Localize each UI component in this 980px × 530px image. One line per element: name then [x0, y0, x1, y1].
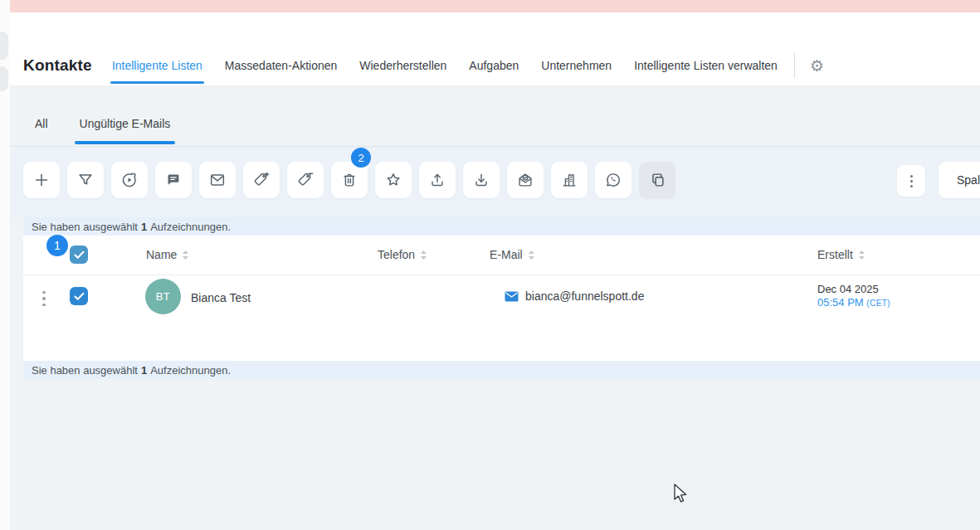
delete-count-badge: 2 [351, 148, 371, 168]
checkmark-icon [74, 292, 85, 301]
verify-email-icon [516, 171, 534, 189]
selected-rows-badge: 1 [46, 235, 68, 256]
created-timezone: (CET) [866, 299, 890, 308]
filter-icon [76, 171, 95, 189]
add-button[interactable] [23, 162, 60, 198]
clone-button[interactable] [639, 162, 675, 198]
avatar: BT [145, 279, 181, 314]
tab-unternehmen[interactable]: Unternehmen [541, 59, 612, 72]
page-body: All Ungültige E-Mails [10, 85, 980, 530]
gear-icon[interactable]: ⚙ [810, 58, 824, 74]
columns-button[interactable]: Spalten [939, 162, 980, 198]
tab-intelligente-listen[interactable]: Intelligente Listen [112, 59, 202, 72]
created-date: Dec 04 2025 [817, 283, 890, 296]
comment-icon [164, 171, 183, 189]
row-actions-kebab[interactable] [38, 287, 50, 310]
top-notification-bar [10, 0, 980, 12]
import-icon [472, 171, 490, 189]
contact-email: bianca@funnelspott.de [525, 289, 644, 303]
header-tabs: Intelligente Listen Massedaten-Aktionen … [112, 59, 778, 72]
favorite-icon [384, 171, 402, 189]
tab-massedaten-aktionen[interactable]: Massedaten-Aktionen [225, 59, 337, 72]
created-time[interactable]: 05:54 PM (CET) [817, 296, 890, 310]
email-icon [505, 291, 519, 302]
company-icon [560, 171, 578, 189]
module-header: Kontakte Intelligente Listen Massedaten-… [10, 12, 980, 85]
tab-intelligente-listen-verwalten[interactable]: Intelligente Listen verwalten [634, 59, 778, 72]
more-options-button[interactable] [897, 165, 925, 197]
crm-contacts-page: Kontakte Intelligente Listen Massedaten-… [0, 0, 980, 530]
table-header-row: 1 Name Telefon E-Mail Erstellt [23, 236, 980, 275]
column-header-email[interactable]: E-Mail [490, 248, 535, 261]
kebab-icon [42, 291, 46, 294]
clone-icon [648, 171, 666, 189]
background-window-chip [0, 66, 8, 91]
company-button[interactable] [551, 162, 588, 198]
tab-wiederherstellen[interactable]: Wiederherstellen [359, 59, 446, 72]
left-edge-artifact [0, 0, 10, 530]
verify-email-button[interactable] [507, 162, 544, 198]
comment-button[interactable] [155, 162, 192, 198]
subtab-ungueltige-emails[interactable]: Ungültige E-Mails [78, 101, 173, 146]
background-window-chip [0, 32, 8, 60]
selection-banner-top: Sie haben ausgewählt 1 Aufzeichnungen. [23, 217, 980, 236]
page-title: Kontakte [23, 56, 92, 75]
send-email-icon [208, 171, 227, 189]
run-automation-button[interactable] [111, 162, 148, 198]
delete-button[interactable]: 2 [331, 162, 368, 198]
bulk-action-toolbar: 2 [10, 147, 980, 217]
column-header-name[interactable]: Name [146, 248, 189, 261]
sort-icon [858, 250, 865, 260]
whatsapp-icon [604, 171, 622, 189]
sort-icon [528, 250, 535, 260]
records-table: Sie haben ausgewählt 1 Aufzeichnungen. 1… [23, 217, 980, 379]
checkmark-icon [74, 250, 85, 260]
mouse-cursor [674, 484, 690, 505]
sort-icon [420, 250, 427, 260]
contact-email-cell[interactable]: bianca@funnelspott.de [505, 289, 644, 303]
subtab-all[interactable]: All [33, 101, 50, 146]
export-button[interactable] [419, 162, 456, 198]
remove-tag-icon [296, 171, 314, 189]
add-icon [32, 171, 51, 189]
delete-icon [340, 171, 358, 189]
row-checkbox[interactable] [70, 287, 88, 305]
add-tag-icon [252, 171, 271, 189]
export-icon [428, 171, 446, 189]
list-view-tabs: All Ungültige E-Mails [10, 85, 980, 147]
run-automation-icon [120, 171, 139, 189]
selection-count: 1 [141, 221, 147, 233]
table-row[interactable]: BT Bianca Test bianca@funnelspott.de Dec… [23, 275, 980, 361]
header-divider [794, 53, 795, 78]
kebab-icon [910, 175, 913, 177]
whatsapp-button[interactable] [595, 162, 631, 198]
add-tag-button[interactable] [243, 162, 280, 198]
selection-banner-bottom: Sie haben ausgewählt 1 Aufzeichnungen. [23, 361, 980, 379]
selection-banner-text: Sie haben ausgewählt [32, 221, 138, 233]
sort-icon [182, 250, 189, 260]
favorite-button[interactable] [375, 162, 412, 198]
tab-aufgaben[interactable]: Aufgaben [469, 59, 519, 72]
column-header-telefon[interactable]: Telefon [378, 248, 427, 261]
select-all-checkbox[interactable] [70, 246, 88, 264]
send-email-button[interactable] [199, 162, 236, 198]
remove-tag-button[interactable] [287, 162, 324, 198]
created-cell: Dec 04 2025 05:54 PM (CET) [817, 283, 890, 310]
column-header-erstellt[interactable]: Erstellt [817, 248, 865, 261]
import-button[interactable] [463, 162, 500, 198]
contact-name[interactable]: Bianca Test [191, 291, 251, 304]
filter-button[interactable] [67, 162, 104, 198]
